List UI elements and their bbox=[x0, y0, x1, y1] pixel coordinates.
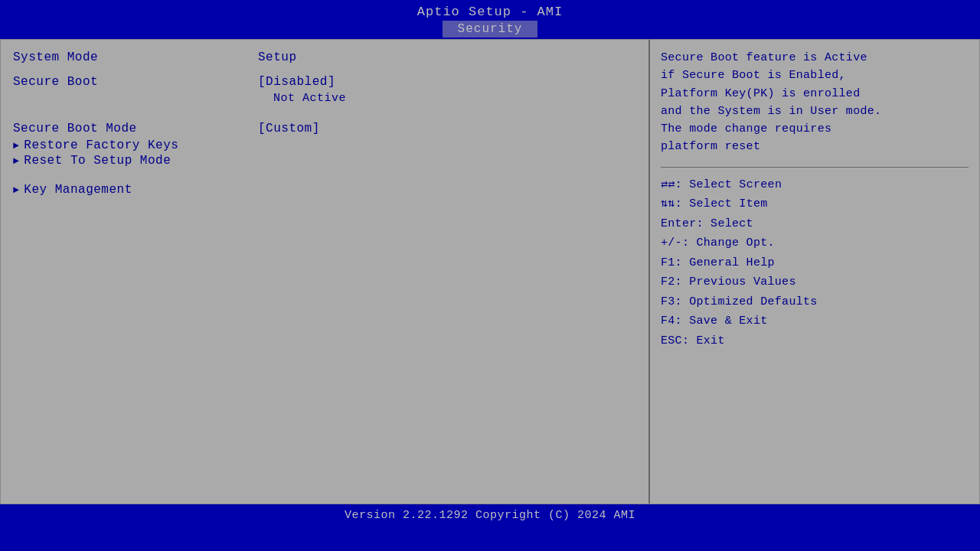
reset-to-setup-mode-arrow: ► bbox=[13, 155, 19, 167]
keybind-select-item: ⇅⇅: Select Item bbox=[661, 194, 969, 214]
secure-boot-mode-item[interactable]: Secure Boot Mode [Custom] bbox=[13, 122, 636, 135]
restore-factory-keys-item[interactable]: ► Restore Factory Keys bbox=[13, 139, 636, 152]
keybind-esc: ESC: Exit bbox=[661, 331, 969, 351]
keybind-section: ⇄⇄: Select Screen ⇅⇅: Select Item Enter:… bbox=[661, 175, 969, 351]
keybind-f3: F3: Optimized Defaults bbox=[661, 292, 969, 312]
header: Aptio Setup - AMI Security bbox=[0, 0, 980, 39]
restore-factory-keys-label: Restore Factory Keys bbox=[24, 139, 178, 152]
keybind-f1: F1: General Help bbox=[661, 253, 969, 273]
system-mode-item: System Mode Setup bbox=[13, 51, 636, 64]
left-panel: System Mode Setup Secure Boot [Disabled]… bbox=[1, 40, 650, 504]
reset-to-setup-mode-item[interactable]: ► Reset To Setup Mode bbox=[13, 154, 636, 168]
restore-factory-keys-arrow: ► bbox=[13, 140, 19, 152]
right-panel: Secure Boot feature is Active if Secure … bbox=[650, 40, 979, 504]
footer: Version 2.22.1292 Copyright (C) 2024 AMI bbox=[0, 504, 980, 530]
key-management-arrow: ► bbox=[13, 184, 19, 196]
system-mode-label: System Mode bbox=[13, 51, 258, 64]
secure-boot-mode-value: [Custom] bbox=[258, 122, 320, 135]
keybind-f4: F4: Save & Exit bbox=[661, 311, 969, 331]
app-title: Aptio Setup - AMI bbox=[0, 5, 980, 19]
secure-boot-sub-item: Not Active bbox=[28, 92, 636, 105]
main-content: System Mode Setup Secure Boot [Disabled]… bbox=[0, 39, 980, 504]
keybind-enter: Enter: Select bbox=[661, 214, 969, 234]
secure-boot-value: [Disabled] bbox=[258, 75, 335, 89]
key-management-item[interactable]: ► Key Management bbox=[13, 183, 636, 197]
secure-boot-sub-value: Not Active bbox=[273, 92, 346, 105]
keybind-f2: F2: Previous Values bbox=[661, 272, 969, 292]
secure-boot-mode-label: Secure Boot Mode bbox=[13, 122, 258, 135]
system-mode-value: Setup bbox=[258, 51, 297, 64]
divider bbox=[661, 167, 969, 168]
reset-to-setup-mode-label: Reset To Setup Mode bbox=[24, 154, 171, 168]
keybind-select-screen: ⇄⇄: Select Screen bbox=[661, 175, 969, 195]
keybind-change-opt: +/-: Change Opt. bbox=[661, 233, 969, 253]
secure-boot-item[interactable]: Secure Boot [Disabled] bbox=[13, 75, 636, 89]
secure-boot-label: Secure Boot bbox=[13, 75, 258, 89]
footer-text: Version 2.22.1292 Copyright (C) 2024 AMI bbox=[345, 509, 635, 522]
section-title: Security bbox=[443, 21, 538, 37]
description-text: Secure Boot feature is Active if Secure … bbox=[661, 49, 969, 156]
key-management-label: Key Management bbox=[24, 183, 132, 197]
